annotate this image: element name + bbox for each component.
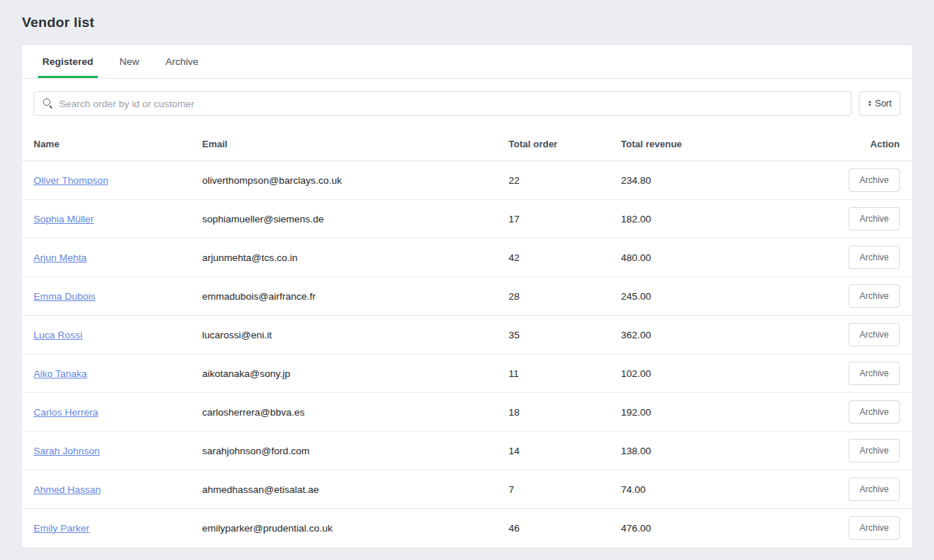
cell-email: ahmedhassan@etisalat.ae [202, 470, 509, 509]
archive-button[interactable]: Archive [849, 400, 900, 424]
search-wrap [34, 91, 852, 116]
cell-total-revenue: 192.00 [621, 393, 803, 432]
archive-button[interactable]: Archive [849, 168, 900, 192]
cell-email: aikotanaka@sony.jp [202, 354, 509, 393]
cell-total-order: 18 [509, 393, 621, 432]
toolbar: ▲ ▼ Sort [22, 79, 912, 128]
sort-icon: ▲ ▼ [868, 100, 872, 107]
tab-new[interactable]: New [115, 45, 144, 78]
cell-email: carlosherrera@bbva.es [202, 393, 509, 432]
tab-archive-label: Archive [166, 56, 198, 67]
cell-action: Archive [803, 161, 912, 200]
cell-total-revenue: 476.00 [621, 509, 803, 548]
table-row: Emily Parker emilyparker@prudential.co.u… [22, 509, 912, 548]
sort-button[interactable]: ▲ ▼ Sort [859, 91, 900, 116]
archive-button[interactable]: Archive [849, 284, 900, 308]
cell-total-order: 46 [509, 509, 621, 548]
cell-name: Arjun Mehta [22, 238, 202, 277]
cell-name: Sarah Johnson [22, 432, 202, 470]
cell-action: Archive [803, 316, 912, 354]
vendor-name-link[interactable]: Carlos Herrera [34, 407, 99, 418]
cell-name: Emily Parker [22, 509, 202, 548]
cell-email: sophiamueller@siemens.de [202, 200, 509, 238]
table-row: Carlos Herrera carlosherrera@bbva.es 18 … [22, 393, 912, 432]
cell-total-order: 17 [509, 200, 621, 238]
cell-action: Archive [803, 354, 912, 393]
table-row: Aiko Tanaka aikotanaka@sony.jp 11 102.00… [22, 354, 912, 393]
vendor-card: Registered New Archive ▲ ▼ Sort [22, 45, 912, 548]
cell-total-order: 14 [509, 432, 621, 470]
cell-total-revenue: 362.00 [621, 316, 803, 354]
cell-total-order: 11 [509, 354, 621, 393]
archive-button[interactable]: Archive [849, 323, 900, 346]
cell-total-order: 7 [509, 470, 621, 509]
cell-name: Oliver Thompson [22, 161, 202, 200]
page-title: Vendor list [22, 15, 912, 31]
cell-total-revenue: 102.00 [621, 354, 803, 393]
tabbar: Registered New Archive [22, 45, 912, 79]
archive-button[interactable]: Archive [849, 362, 900, 385]
vendor-name-link[interactable]: Sophia Müller [34, 214, 94, 225]
vendor-list-page: Vendor list Registered New Archive ▲ ▼ [0, 0, 934, 548]
cell-email: oliverthompson@barclays.co.uk [202, 161, 509, 200]
search-icon [43, 98, 53, 108]
cell-name: Carlos Herrera [22, 393, 202, 432]
column-header-total-order: Total order [509, 128, 621, 161]
vendor-name-link[interactable]: Luca Rossi [34, 330, 82, 341]
search-input[interactable] [34, 91, 852, 116]
archive-button[interactable]: Archive [849, 207, 900, 230]
vendor-name-link[interactable]: Aiko Tanaka [34, 368, 87, 379]
cell-total-order: 22 [509, 161, 621, 200]
column-header-email: Email [202, 128, 509, 161]
tab-registered-label: Registered [42, 56, 93, 67]
cell-total-order: 42 [509, 238, 621, 277]
tab-archive[interactable]: Archive [161, 45, 203, 78]
cell-total-revenue: 245.00 [621, 277, 803, 316]
vendor-name-link[interactable]: Arjun Mehta [34, 252, 87, 263]
table-row: Arjun Mehta arjunmehta@tcs.co.in 42 480.… [22, 238, 912, 277]
cell-name: Sophia Müller [22, 200, 202, 238]
cell-name: Aiko Tanaka [22, 354, 202, 393]
archive-button[interactable]: Archive [849, 478, 900, 501]
vendor-name-link[interactable]: Ahmed Hassan [34, 484, 101, 495]
cell-email: emilyparker@prudential.co.uk [202, 509, 509, 548]
cell-name: Ahmed Hassan [22, 470, 202, 509]
archive-button[interactable]: Archive [849, 246, 900, 269]
cell-action: Archive [803, 432, 912, 470]
vendor-table: Name Email Total order Total revenue Act… [22, 128, 912, 548]
cell-email: lucarossi@eni.it [202, 316, 509, 354]
table-row: Emma Dubois emmadubois@airfrance.fr 28 2… [22, 277, 912, 316]
table-header: Name Email Total order Total revenue Act… [22, 128, 912, 161]
cell-email: arjunmehta@tcs.co.in [202, 238, 509, 277]
vendor-name-link[interactable]: Oliver Thompson [34, 175, 109, 186]
vendor-name-link[interactable]: Emma Dubois [34, 291, 96, 302]
vendor-table-body: Oliver Thompson oliverthompson@barclays.… [22, 161, 912, 548]
vendor-name-link[interactable]: Sarah Johnson [34, 446, 100, 456]
cell-total-order: 35 [509, 316, 621, 354]
sort-button-label: Sort [875, 98, 892, 109]
sort-down-arrow-icon: ▼ [868, 104, 872, 107]
cell-action: Archive [803, 277, 912, 316]
cell-action: Archive [803, 200, 912, 238]
tab-new-label: New [120, 56, 139, 67]
cell-name: Luca Rossi [22, 316, 202, 354]
archive-button[interactable]: Archive [849, 439, 900, 462]
cell-total-revenue: 74.00 [621, 470, 803, 509]
cell-total-order: 28 [509, 277, 621, 316]
column-header-total-revenue: Total revenue [621, 128, 803, 161]
cell-email: emmadubois@airfrance.fr [202, 277, 509, 316]
table-row: Ahmed Hassan ahmedhassan@etisalat.ae 7 7… [22, 470, 912, 509]
cell-action: Archive [803, 470, 912, 509]
cell-total-revenue: 480.00 [621, 238, 803, 277]
cell-total-revenue: 234.80 [621, 161, 803, 200]
column-header-name: Name [22, 128, 202, 161]
archive-button[interactable]: Archive [849, 516, 900, 540]
cell-action: Archive [803, 393, 912, 432]
table-row: Oliver Thompson oliverthompson@barclays.… [22, 161, 912, 200]
table-row: Sophia Müller sophiamueller@siemens.de 1… [22, 200, 912, 238]
tab-registered[interactable]: Registered [38, 45, 98, 78]
cell-action: Archive [803, 238, 912, 277]
cell-name: Emma Dubois [22, 277, 202, 316]
column-header-action: Action [803, 128, 912, 161]
vendor-name-link[interactable]: Emily Parker [34, 523, 90, 534]
